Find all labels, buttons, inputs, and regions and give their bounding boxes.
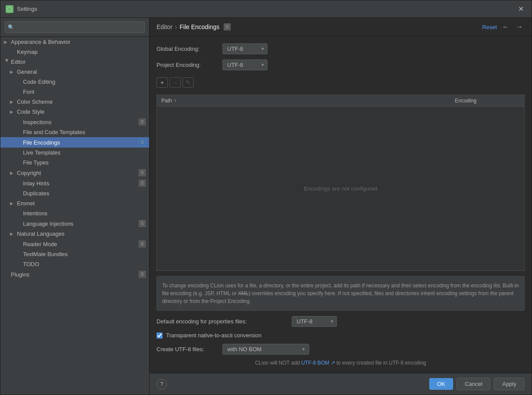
sidebar-item-natural-languages[interactable]: ▶ Natural Languages xyxy=(0,229,149,239)
table-body-empty: Encodings are not configured xyxy=(157,107,524,270)
project-encoding-select-wrapper: UTF-8 UTF-16 ISO-8859-1 US-ASCII ▼ xyxy=(222,59,268,70)
nav-forward-button[interactable]: → xyxy=(514,22,525,32)
sidebar-item-plugins[interactable]: ▶ Plugins ☰ xyxy=(0,269,149,280)
chevron-right-icon: ▶ xyxy=(10,231,16,236)
bom-link[interactable]: UTF-8 BOM ↗ xyxy=(301,360,335,366)
sidebar: 🔍 ▶ Appearance & Behavior ▶ Keymap ▶ xyxy=(0,18,150,395)
bom-note-suffix: to every created file in UTF-8 encoding xyxy=(335,360,426,366)
app-icon xyxy=(6,5,13,13)
copyright-indicator: ☰ xyxy=(139,169,146,176)
sidebar-item-editor[interactable]: ▶ Editor xyxy=(0,57,149,67)
default-encoding-select-wrapper: UTF-8 UTF-16 ISO-8859-1 ▼ xyxy=(292,316,337,327)
sidebar-item-inspections[interactable]: ▶ Inspections ☰ xyxy=(0,117,149,127)
chevron-down-icon: ▶ xyxy=(5,59,10,65)
titlebar: Settings ✕ xyxy=(0,0,532,18)
svg-point-1 xyxy=(9,8,10,10)
project-encoding-select[interactable]: UTF-8 UTF-16 ISO-8859-1 US-ASCII xyxy=(222,59,268,70)
sidebar-item-keymap[interactable]: ▶ Keymap xyxy=(0,47,149,57)
main-panel: Editor › File Encodings ☰ Reset ← → Glob… xyxy=(150,18,532,395)
default-encoding-label: Default encoding for properties files: xyxy=(157,318,287,325)
transparent-checkbox-label: Transparent native-to-ascii conversion xyxy=(166,332,261,339)
cancel-button[interactable]: Cancel xyxy=(457,378,490,390)
header-actions: Reset ← → xyxy=(482,22,525,32)
global-encoding-select-wrapper: UTF-8 UTF-16 ISO-8859-1 US-ASCII ▼ xyxy=(222,43,268,54)
apply-button[interactable]: Apply xyxy=(494,378,525,390)
nav-back-button[interactable]: ← xyxy=(500,22,511,32)
chevron-right-icon: ▶ xyxy=(10,99,16,104)
close-button[interactable]: ✕ xyxy=(516,3,526,15)
create-utf8-select-wrapper: with BOM with NO BOM with BOM if needed … xyxy=(222,344,309,355)
language-injections-indicator: ☰ xyxy=(139,220,146,227)
sidebar-item-color-scheme[interactable]: ▶ Color Scheme xyxy=(0,97,149,107)
remove-encoding-button[interactable]: − xyxy=(170,77,181,88)
main-content: 🔍 ▶ Appearance & Behavior ▶ Keymap ▶ xyxy=(0,18,532,395)
sidebar-item-appearance-behavior[interactable]: ▶ Appearance & Behavior xyxy=(0,37,149,47)
add-encoding-button[interactable]: + xyxy=(157,77,168,88)
encoding-column-header: Encoding xyxy=(455,98,520,104)
bom-note: CLion will NOT add UTF-8 BOM ↗ to every … xyxy=(157,360,525,366)
edit-encoding-button[interactable]: ✎ xyxy=(183,77,194,88)
sidebar-tree: ▶ Appearance & Behavior ▶ Keymap ▶ Edito… xyxy=(0,37,149,280)
panel-body: Global Encoding: UTF-8 UTF-16 ISO-8859-1… xyxy=(150,36,532,373)
sidebar-item-general[interactable]: ▶ General xyxy=(0,67,149,77)
sidebar-item-copyright[interactable]: ▶ Copyright ☰ xyxy=(0,168,149,178)
create-utf8-select[interactable]: with BOM with NO BOM with BOM if needed xyxy=(222,344,309,355)
sidebar-item-inlay-hints[interactable]: ▶ Inlay Hints ☰ xyxy=(0,178,149,188)
sidebar-item-code-style[interactable]: ▶ Code Style xyxy=(0,107,149,117)
search-input[interactable] xyxy=(5,21,145,33)
inlay-hints-indicator: ☰ xyxy=(139,180,146,187)
chevron-right-icon: ▶ xyxy=(10,201,16,206)
info-text-content: To change encoding CLion uses for a file… xyxy=(162,283,519,304)
sidebar-item-emmet[interactable]: ▶ Emmet xyxy=(0,198,149,208)
transparent-checkbox[interactable] xyxy=(157,332,163,339)
sidebar-item-language-injections[interactable]: ▶ Language Injections ☰ xyxy=(0,218,149,229)
inspections-indicator: ☰ xyxy=(139,118,146,125)
project-encoding-row: Project Encoding: UTF-8 UTF-16 ISO-8859-… xyxy=(157,59,525,70)
file-encodings-indicator: ☰ xyxy=(139,139,146,146)
sidebar-item-file-types[interactable]: ▶ File Types xyxy=(0,158,149,168)
sidebar-item-duplicates[interactable]: ▶ Duplicates xyxy=(0,188,149,198)
help-button[interactable]: ? xyxy=(157,379,167,389)
sidebar-item-font[interactable]: ▶ Font xyxy=(0,87,149,97)
encoding-toolbar: + − ✎ xyxy=(157,76,525,89)
sidebar-item-todo[interactable]: ▶ TODO xyxy=(0,259,149,269)
breadcrumb-parent: Editor xyxy=(157,23,173,30)
search-box: 🔍 xyxy=(0,18,149,37)
ok-button[interactable]: OK xyxy=(429,378,453,390)
sidebar-item-file-and-code-templates[interactable]: ▶ File and Code Templates xyxy=(0,127,149,137)
chevron-right-icon: ▶ xyxy=(10,171,16,175)
sidebar-item-textmate-bundles[interactable]: ▶ TextMate Bundles xyxy=(0,249,149,259)
chevron-right-icon: ▶ xyxy=(4,40,10,44)
breadcrumb-settings-icon: ☰ xyxy=(224,23,231,30)
table-header: Path ↑ Encoding xyxy=(157,95,524,107)
global-encoding-row: Global Encoding: UTF-8 UTF-16 ISO-8859-1… xyxy=(157,43,525,54)
breadcrumb-current: File Encodings xyxy=(180,23,219,30)
sidebar-item-code-editing[interactable]: ▶ Code Editing xyxy=(0,77,149,87)
settings-window: Settings ✕ 🔍 ▶ Appearance & Behavior ▶ xyxy=(0,0,532,395)
window-title: Settings xyxy=(17,6,37,12)
create-utf8-label: Create UTF-8 files: xyxy=(157,346,217,352)
reader-mode-indicator: ☰ xyxy=(139,240,146,247)
global-encoding-label: Global Encoding: xyxy=(157,46,217,52)
dialog-footer: ? OK Cancel Apply xyxy=(150,373,532,395)
breadcrumb: Editor › File Encodings ☰ xyxy=(157,23,231,30)
info-text-block: To change encoding CLion uses for a file… xyxy=(157,276,525,311)
encoding-table: Path ↑ Encoding Encodings are not config… xyxy=(157,95,525,271)
project-encoding-label: Project Encoding: xyxy=(157,62,217,68)
breadcrumb-separator: › xyxy=(175,23,177,30)
default-encoding-select[interactable]: UTF-8 UTF-16 ISO-8859-1 xyxy=(292,316,337,327)
path-column-header: Path ↑ xyxy=(161,98,455,104)
create-utf8-row: Create UTF-8 files: with BOM with NO BOM… xyxy=(157,344,525,355)
sidebar-item-file-encodings[interactable]: ▶ File Encodings ☰ xyxy=(0,137,149,148)
global-encoding-select[interactable]: UTF-8 UTF-16 ISO-8859-1 US-ASCII xyxy=(222,43,268,54)
sidebar-item-reader-mode[interactable]: ▶ Reader Mode ☰ xyxy=(0,239,149,249)
sort-asc-icon: ↑ xyxy=(174,98,176,104)
reset-button[interactable]: Reset xyxy=(482,24,497,30)
search-icon: 🔍 xyxy=(8,24,14,30)
panel-header: Editor › File Encodings ☰ Reset ← → xyxy=(150,18,532,36)
empty-table-message: Encodings are not configured xyxy=(304,185,377,192)
plugins-indicator: ☰ xyxy=(139,271,146,278)
sidebar-item-live-templates[interactable]: ▶ Live Templates xyxy=(0,148,149,158)
chevron-right-icon: ▶ xyxy=(10,109,16,114)
sidebar-item-intentions[interactable]: ▶ Intentions xyxy=(0,208,149,218)
